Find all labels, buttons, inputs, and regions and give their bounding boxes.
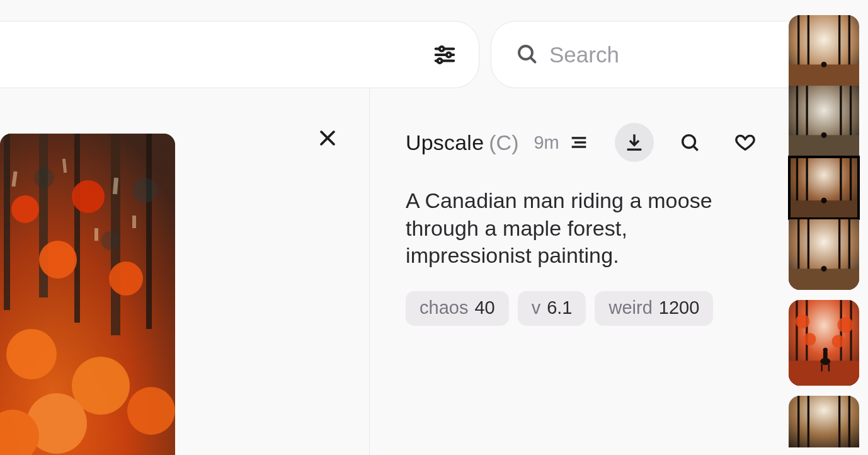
svg-rect-30 bbox=[132, 216, 136, 228]
prompt-text: A Canadian man riding a moose through a … bbox=[406, 187, 758, 270]
search-input[interactable] bbox=[549, 42, 789, 67]
svg-point-72 bbox=[796, 314, 810, 329]
sliders-icon[interactable] bbox=[433, 43, 457, 67]
thumbnail[interactable] bbox=[789, 396, 859, 447]
thumbnail-strip bbox=[789, 15, 859, 447]
svg-rect-14 bbox=[74, 134, 80, 323]
svg-point-19 bbox=[39, 241, 77, 279]
svg-point-73 bbox=[838, 317, 854, 333]
svg-point-33 bbox=[101, 231, 120, 250]
svg-point-66 bbox=[821, 266, 827, 272]
svg-point-3 bbox=[447, 52, 451, 57]
search-bar[interactable] bbox=[491, 21, 818, 88]
svg-point-23 bbox=[127, 387, 175, 435]
svg-point-32 bbox=[34, 168, 54, 188]
search-in-image-button[interactable] bbox=[670, 123, 709, 162]
svg-point-79 bbox=[823, 348, 828, 352]
operation-mode: (C) bbox=[489, 130, 518, 155]
operation-age: 9m bbox=[534, 132, 559, 153]
svg-rect-16 bbox=[146, 134, 152, 329]
operation-label: Upscale bbox=[406, 130, 484, 155]
svg-point-1 bbox=[440, 47, 444, 51]
svg-rect-44 bbox=[789, 64, 859, 86]
svg-rect-12 bbox=[4, 134, 10, 310]
thumbnail[interactable] bbox=[789, 86, 859, 156]
param-value: 6.1 bbox=[547, 297, 572, 318]
thumbnail-selected[interactable] bbox=[789, 156, 859, 219]
svg-point-59 bbox=[821, 198, 827, 204]
panel-divider bbox=[369, 88, 370, 455]
thumbnail[interactable] bbox=[789, 219, 859, 290]
param-chip[interactable]: v 6.1 bbox=[518, 291, 586, 326]
parameter-row: chaos 40 v 6.1 weird 1200 bbox=[406, 291, 758, 326]
svg-line-7 bbox=[530, 57, 535, 62]
filter-panel bbox=[0, 21, 479, 88]
param-key: chaos bbox=[420, 297, 468, 318]
image-preview[interactable] bbox=[0, 134, 175, 455]
svg-point-21 bbox=[6, 329, 57, 379]
thumbnail[interactable] bbox=[789, 15, 859, 86]
svg-point-17 bbox=[11, 195, 39, 223]
svg-point-45 bbox=[821, 62, 827, 67]
svg-point-37 bbox=[682, 135, 695, 148]
param-value: 1200 bbox=[659, 297, 700, 318]
svg-point-52 bbox=[821, 132, 827, 138]
search-icon bbox=[515, 42, 538, 67]
svg-point-18 bbox=[72, 180, 105, 213]
svg-rect-51 bbox=[789, 135, 859, 156]
svg-point-74 bbox=[803, 333, 816, 345]
svg-rect-29 bbox=[94, 228, 98, 241]
svg-point-20 bbox=[109, 262, 143, 296]
param-chip[interactable]: weird 1200 bbox=[595, 291, 713, 326]
like-button[interactable] bbox=[726, 123, 765, 162]
thumbnail[interactable] bbox=[789, 300, 859, 386]
download-button[interactable] bbox=[615, 123, 654, 162]
svg-point-75 bbox=[831, 335, 844, 348]
options-button[interactable] bbox=[559, 123, 598, 162]
svg-point-31 bbox=[132, 178, 157, 203]
svg-point-5 bbox=[438, 59, 442, 63]
svg-rect-65 bbox=[789, 268, 859, 290]
param-key: weird bbox=[608, 297, 652, 318]
param-value: 40 bbox=[474, 297, 494, 318]
param-key: v bbox=[532, 297, 541, 318]
svg-line-38 bbox=[694, 146, 698, 151]
close-button[interactable] bbox=[314, 124, 341, 152]
param-chip[interactable]: chaos 40 bbox=[406, 291, 509, 326]
svg-rect-78 bbox=[823, 352, 828, 362]
